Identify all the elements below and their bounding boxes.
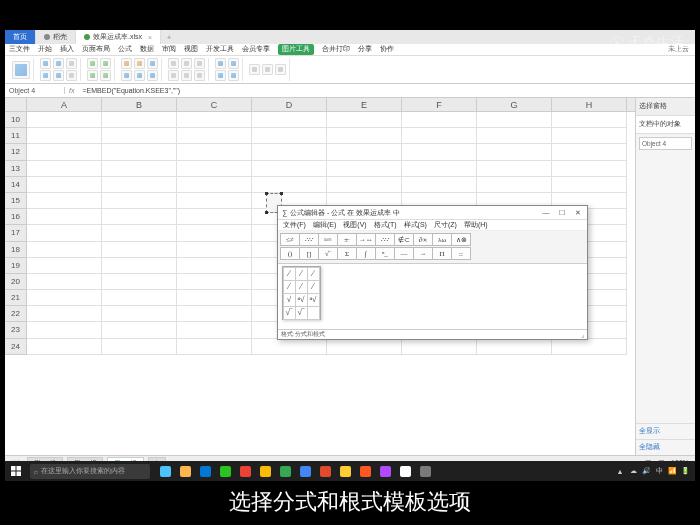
- tool-14[interactable]: [121, 70, 132, 81]
- cell[interactable]: [27, 144, 102, 160]
- tool-21[interactable]: [181, 70, 192, 81]
- cell[interactable]: [177, 290, 252, 306]
- close-button[interactable]: ✕: [573, 209, 583, 217]
- cell[interactable]: [327, 339, 402, 355]
- tool-7[interactable]: [87, 58, 98, 69]
- cell[interactable]: [27, 258, 102, 274]
- tool-12[interactable]: [134, 58, 145, 69]
- cell[interactable]: [177, 225, 252, 241]
- tray-icon[interactable]: 🔊: [642, 467, 650, 475]
- menu-data[interactable]: 数据: [140, 45, 154, 54]
- col-D[interactable]: D: [252, 98, 327, 111]
- tool-3[interactable]: [66, 58, 77, 69]
- menu-formula[interactable]: 公式: [118, 45, 132, 54]
- taskbar-app-icon[interactable]: [216, 462, 234, 480]
- template-palette-button[interactable]: —: [394, 247, 414, 260]
- cell[interactable]: [402, 339, 477, 355]
- menu-vip[interactable]: 会员专享: [242, 45, 270, 54]
- cell[interactable]: [402, 161, 477, 177]
- symbol-palette-button[interactable]: →↔: [356, 233, 376, 246]
- cell[interactable]: [177, 112, 252, 128]
- cell[interactable]: [552, 161, 627, 177]
- cell[interactable]: [552, 144, 627, 160]
- cell[interactable]: [27, 225, 102, 241]
- cell[interactable]: [252, 112, 327, 128]
- cell[interactable]: [552, 339, 627, 355]
- menu-image-tools[interactable]: 图片工具: [278, 44, 314, 55]
- tool-6[interactable]: [66, 70, 77, 81]
- eq-menu-file[interactable]: 文件(F): [283, 220, 306, 230]
- cell[interactable]: [27, 112, 102, 128]
- menu-share[interactable]: 分享: [358, 45, 372, 54]
- row-header[interactable]: 16: [5, 209, 27, 225]
- cell[interactable]: [27, 193, 102, 209]
- taskbar-app-icon[interactable]: [296, 462, 314, 480]
- eq-menu-edit[interactable]: 编辑(E): [313, 220, 336, 230]
- cell[interactable]: [177, 322, 252, 338]
- row-header[interactable]: 21: [5, 290, 27, 306]
- taskbar-app-icon[interactable]: [356, 462, 374, 480]
- cell[interactable]: [477, 161, 552, 177]
- eq-menu-size[interactable]: 尺寸(Z): [434, 220, 457, 230]
- cell[interactable]: [477, 177, 552, 193]
- col-F[interactable]: F: [402, 98, 477, 111]
- hide-all-link[interactable]: 全隐藏: [636, 439, 695, 455]
- symbol-palette-button[interactable]: ∴∵: [375, 233, 395, 246]
- symbol-palette-button[interactable]: ∂∞: [413, 233, 433, 246]
- row-header[interactable]: 18: [5, 242, 27, 258]
- cell[interactable]: [102, 225, 177, 241]
- tool-13[interactable]: [147, 58, 158, 69]
- cell[interactable]: [327, 112, 402, 128]
- row-header[interactable]: 20: [5, 274, 27, 290]
- cell[interactable]: [27, 177, 102, 193]
- col-G[interactable]: G: [477, 98, 552, 111]
- col-B[interactable]: B: [102, 98, 177, 111]
- tool-17[interactable]: [168, 58, 179, 69]
- cell[interactable]: [327, 161, 402, 177]
- tool-23[interactable]: [215, 58, 226, 69]
- cell[interactable]: [27, 322, 102, 338]
- template-palette-button[interactable]: ⁿ_: [375, 247, 395, 260]
- cell[interactable]: [27, 128, 102, 144]
- tool-1[interactable]: [40, 58, 51, 69]
- col-H[interactable]: H: [552, 98, 627, 111]
- taskbar-app-icon[interactable]: [336, 462, 354, 480]
- row-header[interactable]: 19: [5, 258, 27, 274]
- menu-insert[interactable]: 插入: [60, 45, 74, 54]
- cell[interactable]: [102, 177, 177, 193]
- cell[interactable]: [327, 177, 402, 193]
- taskbar-app-icon[interactable]: [196, 462, 214, 480]
- cell[interactable]: [327, 144, 402, 160]
- cell[interactable]: [102, 258, 177, 274]
- cell[interactable]: [477, 144, 552, 160]
- resize-grip-icon[interactable]: ⌟: [581, 331, 584, 339]
- cell[interactable]: [252, 144, 327, 160]
- taskbar-app-icon[interactable]: [376, 462, 394, 480]
- tray-icon[interactable]: ▲: [616, 467, 624, 475]
- row-header[interactable]: 23: [5, 322, 27, 338]
- fx-icon[interactable]: fx: [65, 87, 78, 94]
- pane-tab-selection[interactable]: 选择窗格: [636, 98, 695, 116]
- tool-crop[interactable]: [12, 61, 30, 79]
- row-header[interactable]: 14: [5, 177, 27, 193]
- tool-18[interactable]: [181, 58, 192, 69]
- cell[interactable]: [27, 242, 102, 258]
- cell[interactable]: [177, 242, 252, 258]
- symbol-palette-button[interactable]: ∧⊗: [451, 233, 471, 246]
- minimize-button[interactable]: —: [541, 209, 551, 217]
- spreadsheet[interactable]: A B C D E F G H 101112131415161718192021…: [5, 98, 635, 455]
- fraction-template-option[interactable]: ∕: [307, 267, 320, 281]
- tool-15[interactable]: [134, 70, 145, 81]
- cell[interactable]: [27, 306, 102, 322]
- cell[interactable]: [252, 128, 327, 144]
- home-tab[interactable]: 首页: [5, 30, 36, 44]
- cell[interactable]: [402, 144, 477, 160]
- tool-4[interactable]: [40, 70, 51, 81]
- cell[interactable]: [327, 128, 402, 144]
- row-header[interactable]: 10: [5, 112, 27, 128]
- eq-menu-style[interactable]: 样式(S): [404, 220, 427, 230]
- menu-start[interactable]: 开始: [38, 45, 52, 54]
- tool-25[interactable]: [215, 70, 226, 81]
- cell[interactable]: [27, 161, 102, 177]
- maximize-button[interactable]: ☐: [557, 209, 567, 217]
